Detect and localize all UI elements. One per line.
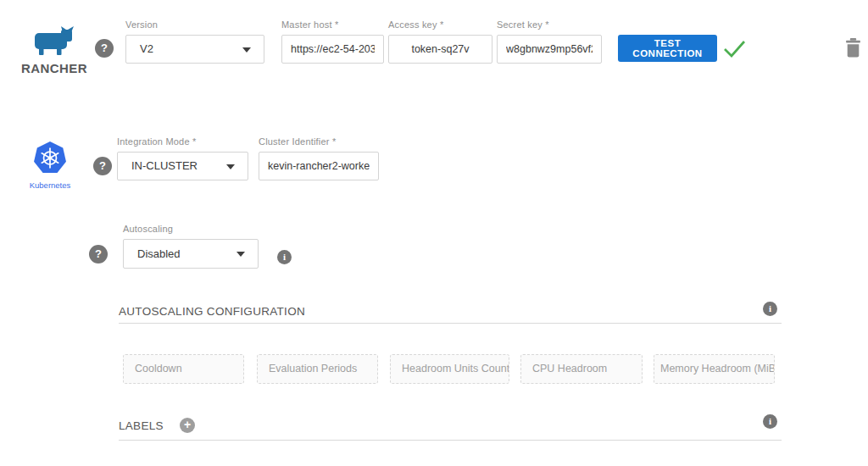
kubernetes-logo-label: Kubernetes bbox=[22, 180, 78, 190]
delete-button[interactable] bbox=[845, 38, 861, 61]
kubernetes-helm-icon bbox=[32, 141, 68, 175]
access-key-field: Access key * bbox=[388, 19, 492, 64]
version-value: V2 bbox=[140, 36, 153, 63]
info-icon[interactable]: i bbox=[763, 414, 777, 429]
headroom-units-count-input-disabled: Headroom Units Count bbox=[390, 354, 509, 384]
chevron-down-icon bbox=[236, 252, 245, 257]
info-icon[interactable]: i bbox=[277, 250, 292, 264]
autoscaling-field: Autoscaling Disabled bbox=[123, 224, 259, 269]
cpu-headroom-input-disabled: CPU Headroom bbox=[520, 354, 643, 384]
cluster-identifier-input[interactable] bbox=[259, 153, 378, 180]
version-field: Version V2 bbox=[125, 19, 264, 64]
chevron-down-icon bbox=[242, 47, 251, 53]
autoscaling-select[interactable]: Disabled bbox=[123, 239, 259, 269]
version-label: Version bbox=[125, 19, 264, 31]
help-icon[interactable]: ? bbox=[95, 39, 114, 58]
memory-headroom-input-disabled: Memory Headroom (MiB) bbox=[654, 354, 775, 384]
rancher-logo: RANCHER bbox=[15, 25, 93, 75]
autoscaling-configuration-heading: AUTOSCALING CONFIGURATION bbox=[119, 305, 305, 318]
chevron-down-icon bbox=[226, 164, 235, 169]
rancher-bull-icon bbox=[31, 25, 77, 56]
master-host-field: Master host * bbox=[281, 19, 384, 64]
access-key-input[interactable] bbox=[389, 36, 492, 63]
info-icon[interactable]: i bbox=[763, 302, 777, 316]
integration-mode-label: Integration Mode * bbox=[117, 136, 248, 147]
help-icon[interactable]: ? bbox=[89, 245, 108, 264]
connection-success-check-icon bbox=[723, 39, 746, 62]
secret-key-input[interactable] bbox=[498, 36, 601, 63]
autoscaling-label: Autoscaling bbox=[123, 224, 259, 235]
cluster-identifier-label: Cluster Identifier * bbox=[259, 136, 379, 147]
section-divider bbox=[119, 323, 782, 324]
section-divider bbox=[119, 440, 782, 441]
secret-key-field: Secret key * bbox=[497, 19, 602, 64]
secret-key-label: Secret key * bbox=[497, 19, 602, 31]
version-select[interactable]: V2 bbox=[125, 35, 264, 64]
cluster-identifier-field: Cluster Identifier * bbox=[259, 136, 379, 180]
labels-heading: LABELS bbox=[119, 419, 164, 432]
integration-form: RANCHER ? Version V2 Master host * Acces… bbox=[0, 0, 868, 466]
integration-mode-value: IN-CLUSTER bbox=[131, 153, 198, 180]
help-icon[interactable]: ? bbox=[93, 157, 112, 175]
rancher-logo-label: RANCHER bbox=[15, 61, 93, 75]
master-host-input[interactable] bbox=[282, 36, 383, 63]
cooldown-input-disabled: Cooldown bbox=[123, 354, 244, 384]
evaluation-periods-input-disabled: Evaluation Periods bbox=[257, 354, 378, 384]
add-label-button[interactable]: + bbox=[180, 418, 195, 433]
test-connection-button[interactable]: TEST CONNECTION bbox=[618, 35, 717, 62]
trash-icon bbox=[845, 38, 861, 58]
master-host-label: Master host * bbox=[281, 19, 384, 31]
kubernetes-logo: Kubernetes bbox=[22, 141, 78, 190]
access-key-label: Access key * bbox=[388, 19, 492, 31]
integration-mode-select[interactable]: IN-CLUSTER bbox=[117, 152, 248, 180]
autoscaling-value: Disabled bbox=[137, 240, 181, 268]
integration-mode-field: Integration Mode * IN-CLUSTER bbox=[117, 136, 248, 180]
